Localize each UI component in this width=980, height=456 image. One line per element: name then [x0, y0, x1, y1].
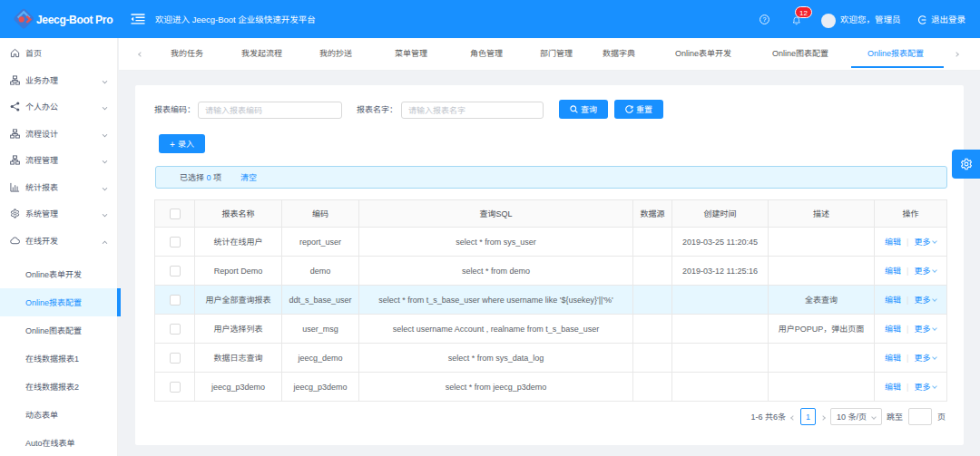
- svg-text:?: ?: [763, 16, 767, 23]
